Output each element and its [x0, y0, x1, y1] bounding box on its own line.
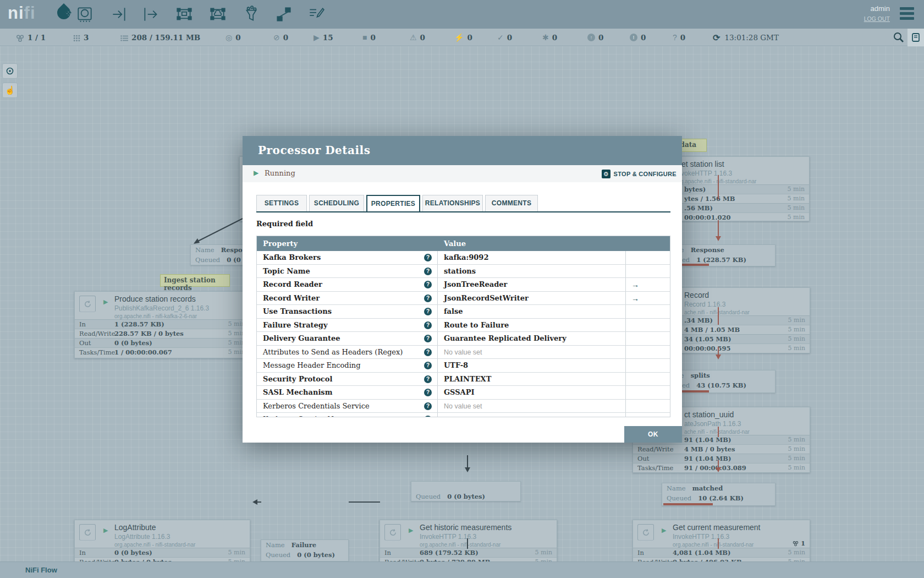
status-stale: ↑0 — [587, 29, 603, 46]
stat-value: ytes / 1.56 MB — [684, 195, 735, 203]
connection-label-matched[interactable]: NamematchedQueued10 (2.64 KB) — [662, 483, 776, 506]
global-menu-icon[interactable] — [900, 7, 914, 20]
processor-type: InvokeHTTP 1.16.3 — [673, 533, 729, 541]
status-locally-modified: ✱0 — [542, 29, 557, 46]
processor-type-icon — [79, 524, 96, 541]
help-icon[interactable]: ? — [424, 295, 432, 302]
stat-value: 91 (1.04 MB) — [684, 436, 731, 444]
disabled-icon: ⚡ — [454, 29, 464, 46]
tab-relationships[interactable]: RELATIONSHIPS — [422, 195, 483, 211]
process-group-icon[interactable] — [175, 5, 194, 24]
property-name-cell: Message Header Encoding? — [257, 359, 438, 372]
properties-table: Property Value Kafka Brokers?kafka:9092T… — [256, 236, 670, 417]
property-name-cell: Security Protocol? — [257, 373, 438, 386]
help-icon[interactable]: ? — [424, 268, 432, 275]
status-invalid: ⚠0 — [410, 29, 425, 46]
tab-properties[interactable]: PROPERTIES — [366, 195, 420, 212]
processor-bundle: org.apache.nifi - nifi-standard-nar — [114, 542, 195, 548]
stat-value: 228.57 KB / 0 bytes — [114, 330, 184, 337]
help-icon[interactable]: ? — [424, 375, 432, 383]
input-port-icon[interactable] — [109, 5, 128, 24]
tab-comments[interactable]: COMMENTS — [485, 195, 538, 211]
stat-value: 91 (1.04 MB) — [684, 455, 731, 462]
settings-panel-button[interactable] — [908, 29, 924, 46]
label-icon[interactable] — [307, 5, 326, 24]
stat-window: 5 min — [788, 345, 805, 352]
status-sync-failure: ?0 — [673, 29, 685, 46]
stat-value: 00:00:00.595 — [684, 345, 731, 352]
status-sync-failure-value: 0 — [680, 33, 685, 42]
funnel-icon[interactable] — [242, 5, 261, 24]
stat-row: In689 (179.52 KB)5 min — [380, 548, 557, 557]
cluster-badge: 1 — [793, 540, 805, 547]
help-icon[interactable]: ? — [424, 281, 432, 288]
stat-value: 689 (179.52 KB) — [420, 549, 479, 557]
property-extra-cell — [626, 359, 670, 372]
ok-button[interactable]: OK — [624, 426, 682, 443]
label-sticky[interactable]: Ingest station records — [160, 274, 230, 287]
stat-window: 5 min — [787, 186, 805, 193]
help-icon[interactable]: ? — [424, 254, 432, 261]
template-icon[interactable] — [274, 5, 293, 24]
help-icon[interactable]: ? — [424, 362, 432, 369]
property-extra-cell — [626, 251, 670, 264]
stat-value: 0 (0 bytes) — [114, 549, 152, 557]
output-port-icon[interactable] — [141, 5, 160, 24]
run-status-icon: ▶ — [662, 527, 666, 534]
tab-scheduling[interactable]: SCHEDULING — [309, 195, 364, 211]
processor-type: LogAttribute 1.16.3 — [114, 533, 170, 541]
status-disabled-value: 0 — [467, 33, 472, 42]
required-field-note: Required field — [256, 220, 313, 228]
processor-produce-station-records[interactable]: ▶Produce station recordsPublishKafkaReco… — [74, 291, 250, 358]
stat-window: 5 min — [788, 326, 805, 333]
stat-window: 5 min — [788, 436, 805, 443]
column-value: Value — [438, 236, 626, 251]
help-icon[interactable]: ? — [424, 335, 432, 342]
stat-value: 91 / 00:00:03.089 — [684, 464, 746, 472]
processor-type: Record 1.16.3 — [684, 301, 725, 308]
stat-row: Tasks/Time91 / 00:00:03.0895 min — [633, 463, 810, 472]
flow-status-bar: 1 / 13208 / 159.11 MB◎0⊘0▶15■0⚠0⚡0✓0✱0↑0… — [0, 29, 924, 46]
property-name-cell: Failure Strategy? — [257, 319, 438, 332]
help-icon[interactable]: ? — [424, 308, 432, 315]
stop-and-configure-button[interactable]: ⚙ STOP & CONFIGURE — [602, 168, 676, 180]
help-icon[interactable]: ? — [424, 416, 432, 417]
property-extra-cell — [626, 319, 670, 332]
tab-settings[interactable]: SETTINGS — [256, 195, 307, 211]
help-icon[interactable]: ? — [424, 402, 432, 410]
connection-label-queued-historic[interactable]: Queued0 (0 bytes) — [411, 481, 521, 501]
property-name-cell: Kafka Brokers? — [257, 251, 438, 264]
property-row: Record Writer?JsonRecordSetWriter→ — [257, 292, 670, 306]
status-stale-value: 0 — [598, 33, 603, 42]
processor-name: Record — [684, 291, 709, 299]
property-name-cell: Record Writer? — [257, 292, 438, 305]
help-icon[interactable]: ? — [424, 321, 432, 329]
locally-modified-stale-icon: ! — [630, 34, 637, 41]
property-value-cell: stations — [438, 265, 626, 278]
help-icon[interactable]: ? — [424, 348, 432, 356]
search-icon[interactable] — [890, 29, 908, 46]
connection-label-failure[interactable]: NameFailureQueued0 (0 bytes) — [261, 539, 349, 561]
property-value-cell: Route to Failure — [438, 319, 626, 332]
logout-link[interactable]: LOG OUT — [864, 15, 890, 22]
status-active-threads-value: 3 — [84, 33, 89, 42]
stale-icon: ↑ — [587, 34, 595, 41]
property-extra-cell — [626, 373, 670, 386]
breadcrumb[interactable]: NiFi Flow — [25, 566, 57, 574]
remote-process-group-icon[interactable] — [208, 5, 227, 24]
property-value-cell: Guarantee Replicated Delivery — [438, 332, 626, 345]
processor-name: Get historic measurements — [420, 523, 512, 532]
goto-service-icon[interactable]: → — [626, 294, 639, 303]
stat-value: bytes) — [684, 186, 706, 193]
goto-service-icon[interactable]: → — [626, 280, 639, 289]
birdseye-button[interactable] — [2, 63, 18, 79]
processor-type-icon — [384, 524, 401, 541]
property-extra-cell: → — [626, 292, 670, 305]
stat-row: In1 (228.57 KB)5 min — [75, 319, 250, 329]
processor-icon[interactable] — [75, 5, 94, 24]
help-icon[interactable]: ? — [424, 389, 432, 396]
hand-pan-button[interactable]: ☝ — [2, 83, 18, 98]
refresh-icon[interactable]: ⟳ — [713, 32, 720, 43]
stat-label: Out — [637, 455, 649, 462]
property-row: Message Header Encoding?UTF-8 — [257, 359, 670, 373]
